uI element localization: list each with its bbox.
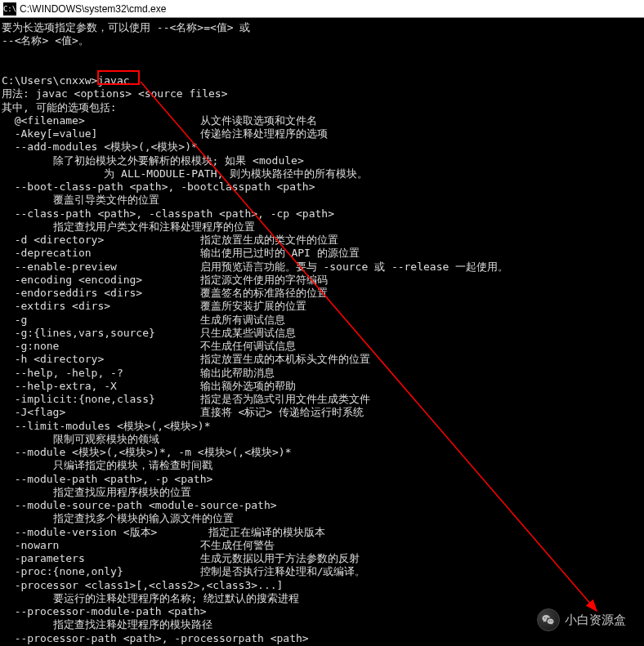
window-title: C:\WINDOWS\system32\cmd.exe	[20, 3, 166, 15]
window-titlebar: C:\ C:\WINDOWS\system32\cmd.exe	[0, 0, 644, 18]
watermark-text: 小白资源盒	[565, 613, 626, 628]
watermark: 小白资源盒	[537, 608, 626, 631]
terminal-output[interactable]: 要为长选项指定参数，可以使用 --<名称>=<值> 或 --<名称> <值>。 …	[0, 18, 644, 646]
cmd-icon: C:\	[3, 2, 16, 16]
wechat-icon	[537, 608, 560, 631]
